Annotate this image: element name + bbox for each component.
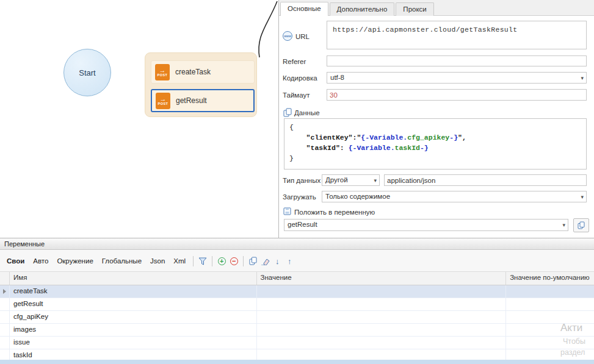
referer-input[interactable] [327,55,587,66]
variables-panel: Переменные Свои Авто Окружение Глобальны… [0,238,594,360]
clear-eraser-icon[interactable] [259,255,271,266]
mime-type-input[interactable] [384,174,587,186]
var-value-cell[interactable] [257,311,507,323]
load-select[interactable]: Только содержимое [322,191,587,202]
var-default-cell[interactable] [506,285,594,298]
copy-variable-icon[interactable] [247,255,259,266]
code-text: {-Variable. [349,144,395,152]
move-up-icon[interactable]: ↑ [283,255,295,266]
action-block-label: getResult [176,96,207,105]
variables-title-text: Переменные [4,240,45,248]
save-to-variable-icon [283,207,291,215]
put-variable-label: Положить в переменную [294,209,375,216]
tab-additional[interactable]: Дополнительно [330,2,395,16]
code-text: } [289,154,294,162]
code-text: -} [449,134,458,141]
timeout-input[interactable] [327,89,587,101]
remove-variable-button[interactable]: − [228,255,240,266]
tab-proxy[interactable]: Прокси [396,2,433,16]
var-name-cell[interactable]: cfg_apiKey [10,311,257,323]
tab-xml[interactable]: Xml [169,255,190,267]
bottom-scroll-strip[interactable] [0,360,594,364]
table-row[interactable]: createTask [0,285,594,298]
code-text: -} [420,144,429,152]
tab-json[interactable]: Json [146,255,169,267]
var-default-cell[interactable] [506,298,594,310]
load-label: Загружать [283,193,316,201]
table-row[interactable]: issue [0,337,594,349]
result-variable-value: getResult [288,221,317,228]
post-arrow-icon: → [160,96,167,102]
column-header-name[interactable]: Имя [10,272,257,285]
copy-variable-button[interactable] [573,218,589,232]
move-down-icon[interactable]: ↓ [271,255,283,266]
url-label: URL [295,33,310,40]
tab-own-variables[interactable]: Свои [2,255,29,267]
datatype-label: Тип данных [283,177,321,184]
tab-global-variables[interactable]: Глобальные [98,255,146,267]
properties-panel: Основные Дополнительно Прокси www URL ht… [278,0,594,238]
action-block-label: createTask [175,68,211,76]
referer-label: Referer [283,58,306,65]
code-text: "clientKey":" [289,134,361,141]
action-block-getresult[interactable]: → POST getResult [151,89,255,112]
encoding-value: utf-8 [330,74,344,81]
data-label: Данные [294,109,320,116]
var-value-cell[interactable] [257,324,507,336]
datatype-select[interactable]: Другой [322,174,380,186]
var-default-cell[interactable] [506,324,594,336]
clipboard-icon [283,108,292,117]
var-default-cell[interactable] [506,311,594,323]
tab-environment-variables[interactable]: Окружение [53,255,97,267]
variables-table: Имя Значение Значение по-умолчанию creat… [0,272,594,362]
var-name-cell[interactable]: createTask [10,285,257,298]
var-value-cell[interactable] [257,337,507,349]
action-block-createtask[interactable]: → POST createTask [151,60,255,84]
post-icon: → POST [156,93,170,109]
selected-row-indicator-icon [0,285,10,298]
var-value-cell[interactable] [257,285,507,298]
toolbar-separator [212,256,212,266]
var-name-cell[interactable]: images [10,324,257,336]
app-window: Start → POST createTask → POST getResult… [0,0,594,364]
table-header-row: Имя Значение Значение по-умолчанию [0,272,594,285]
properties-tabs: Основные Дополнительно Прокси [279,0,594,16]
var-name-cell[interactable]: issue [10,337,257,349]
start-node[interactable]: Start [63,49,111,96]
variables-toolbar: Свои Авто Окружение Глобальные Json Xml … [0,251,594,272]
encoding-select[interactable]: utf-8 [327,72,587,84]
code-text: { [289,123,294,131]
toolbar-separator [193,256,194,266]
row-indicator-header [0,272,10,285]
globe-www-icon: www [283,31,292,41]
table-row[interactable]: images [0,324,594,337]
tab-auto-variables[interactable]: Авто [29,255,53,267]
code-text: taskId [395,144,420,152]
toolbar-separator [243,256,244,266]
flow-canvas[interactable]: Start → POST createTask → POST getResult [0,0,278,238]
var-name-cell[interactable]: getResult [10,298,257,310]
timeout-label: Таймаут [283,91,310,99]
tab-main[interactable]: Основные [280,2,328,16]
start-node-label: Start [79,68,95,77]
column-header-value[interactable]: Значение [257,272,507,285]
code-text: {-Variable. [361,134,407,141]
data-code-editor[interactable]: { "clientKey":"{-Variable.cfg_apikey-}",… [284,118,587,170]
code-text: "taskId": [289,144,349,152]
code-text: ", [458,134,466,141]
datatype-value: Другой [325,176,348,184]
variables-panel-title: Переменные [0,238,594,250]
column-header-default[interactable]: Значение по-умолчанию [506,272,594,285]
table-row[interactable]: cfg_apiKey [0,311,594,324]
result-variable-select[interactable]: getResult [284,219,568,231]
table-row[interactable]: getResult [0,298,594,311]
var-default-cell[interactable] [506,337,594,349]
post-arrow-icon: → [159,67,166,73]
add-variable-button[interactable]: + [216,255,228,266]
copy-icon [578,221,585,229]
var-value-cell[interactable] [257,298,507,310]
encoding-label: Кодировка [283,74,317,82]
url-input[interactable]: https://api.capmonster.cloud/getTaskResu… [327,21,587,49]
code-text: cfg_apikey [407,134,449,141]
filter-icon[interactable] [197,255,209,266]
